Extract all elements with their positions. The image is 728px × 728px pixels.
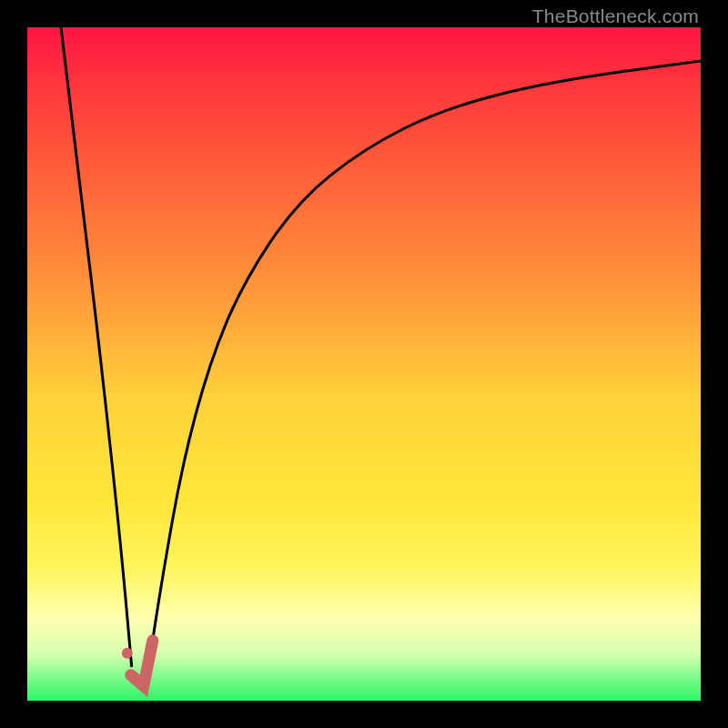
curve-left-branch [61,27,132,667]
check-icon [131,641,153,686]
plot-area [27,27,701,701]
svg-point-1 [122,648,133,659]
selected-marker [122,641,153,686]
bottleneck-curve [27,27,701,701]
chart-frame: TheBottleneck.com [0,0,728,728]
watermark-text: TheBottleneck.com [532,5,699,27]
curve-right-branch [148,61,701,667]
